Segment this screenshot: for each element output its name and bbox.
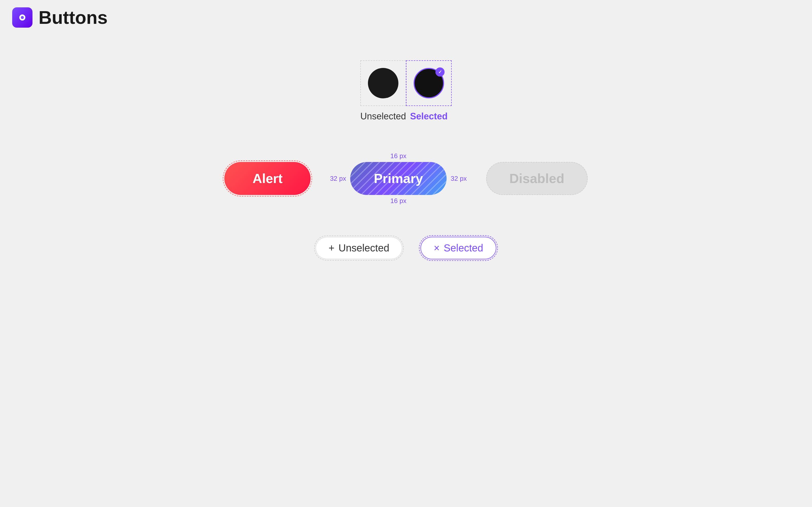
- padding-left-label: 32 px: [326, 175, 350, 182]
- circles-section: Unselected ✓ Selected: [360, 60, 452, 122]
- primary-button-row: 32 px Primary 32 p: [326, 162, 471, 195]
- disabled-button: Disabled: [486, 162, 588, 195]
- unselected-circle-box: [360, 60, 406, 106]
- primary-button-wrapper: 16 px 32 px Primary: [326, 152, 471, 205]
- main-content: Unselected ✓ Selected Alert 16 px: [0, 35, 812, 261]
- padding-right-label: 32 px: [447, 175, 471, 182]
- logo-badge: [12, 7, 33, 27]
- unselected-tag-wrapper: + Unselected: [314, 235, 404, 261]
- selected-label: Selected: [410, 111, 448, 122]
- primary-button[interactable]: Primary: [350, 162, 447, 195]
- header: Buttons: [0, 0, 812, 35]
- unselected-tag-label: Unselected: [339, 242, 389, 254]
- page-title: Buttons: [39, 7, 108, 28]
- selected-tag-button[interactable]: × Selected: [420, 237, 496, 259]
- padding-top-label: 16 px: [390, 152, 407, 160]
- buttons-section: Alert 16 px 32 px: [224, 152, 588, 205]
- disabled-button-wrapper: Disabled: [486, 162, 588, 195]
- unselected-tag-button[interactable]: + Unselected: [316, 237, 402, 259]
- alert-button-label: Alert: [252, 171, 283, 186]
- alert-button-wrapper: Alert: [224, 162, 311, 195]
- selected-tag-wrapper: × Selected: [419, 235, 498, 261]
- selected-circle-item: ✓ Selected: [406, 60, 452, 122]
- tags-section: + Unselected × Selected: [314, 235, 498, 261]
- padding-bottom-label: 16 px: [390, 197, 407, 205]
- selected-tag-label: Selected: [444, 242, 484, 254]
- unselected-label: Unselected: [360, 111, 406, 122]
- disabled-button-label: Disabled: [509, 171, 564, 186]
- selected-tag-icon: ×: [434, 242, 440, 254]
- selected-circle-box: ✓: [406, 60, 452, 106]
- circles-row: Unselected ✓ Selected: [360, 60, 452, 122]
- check-badge: ✓: [436, 67, 445, 76]
- unselected-tag-icon: +: [328, 242, 335, 254]
- unselected-circle-item: Unselected: [360, 60, 406, 122]
- logo-icon: [16, 11, 29, 23]
- primary-button-label: Primary: [374, 171, 423, 186]
- unselected-circle: [368, 68, 398, 98]
- svg-point-1: [21, 16, 24, 19]
- selected-circle: ✓: [414, 68, 444, 98]
- alert-button[interactable]: Alert: [224, 162, 311, 195]
